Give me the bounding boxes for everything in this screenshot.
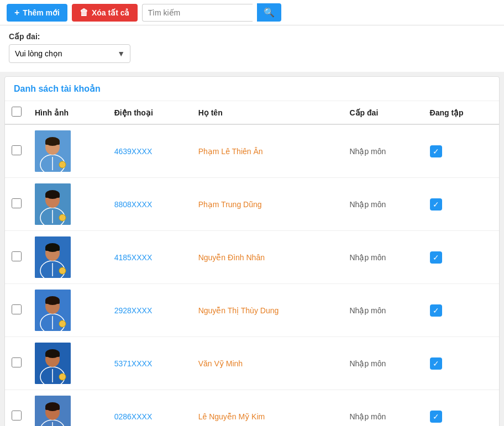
row-checkbox-cell <box>5 284 28 337</box>
svg-rect-12 <box>45 194 60 198</box>
avatar-cell <box>28 337 108 390</box>
name-link[interactable]: Lê Nguyễn Mỹ Kim <box>198 412 265 421</box>
row-checkbox[interactable] <box>12 304 22 314</box>
select-all-checkbox[interactable] <box>12 107 22 117</box>
name-link[interactable]: Nguyễn Thị Thùy Dung <box>198 306 279 315</box>
avatar-image <box>35 396 71 426</box>
account-table-container: Danh sách tài khoản Hình ảnh Điện thoại … <box>4 76 500 426</box>
trash-icon: 🗑 <box>80 8 88 18</box>
cap-dai-value: Nhập môn <box>350 359 386 368</box>
dang-tap-checkbox[interactable]: ✓ <box>430 198 442 211</box>
cap-dai-cell: Nhập môn <box>343 124 423 178</box>
name-link[interactable]: Phạm Trung Dũng <box>198 200 262 209</box>
row-checkbox[interactable] <box>12 357 22 367</box>
row-checkbox[interactable] <box>12 411 22 420</box>
select-all-header <box>5 101 28 124</box>
row-checkbox[interactable] <box>12 198 22 208</box>
dang-tap-checkbox[interactable]: ✓ <box>430 304 442 317</box>
name-cell: Văn Vỹ Minh <box>192 337 343 390</box>
svg-rect-19 <box>45 248 60 251</box>
avatar-header: Hình ảnh <box>28 101 108 124</box>
filter-label: Cấp đai: <box>9 32 495 41</box>
avatar-image <box>35 290 71 331</box>
table-row: 4639XXXX Phạm Lê Thiên Ân Nhập môn ✓ <box>5 124 499 178</box>
svg-rect-5 <box>45 141 60 145</box>
name-header: Họ tên <box>192 101 343 124</box>
table-row: 8808XXXX Phạm Trung Dũng Nhập môn ✓ <box>5 178 499 231</box>
phone-header: Điện thoại <box>108 101 192 124</box>
dang-tap-cell: ✓ <box>423 390 499 427</box>
avatar-cell <box>28 178 108 231</box>
phone-value: 8808XXXX <box>114 200 153 209</box>
row-checkbox[interactable] <box>12 145 22 155</box>
search-icon: 🔍 <box>264 8 275 17</box>
phone-cell: 5371XXXX <box>108 337 192 390</box>
dang-tap-checkbox[interactable]: ✓ <box>430 145 442 157</box>
add-label: Thêm mới <box>23 8 60 17</box>
avatar-image <box>35 236 71 278</box>
phone-cell: 2928XXXX <box>108 284 192 337</box>
dang-tap-cell: ✓ <box>423 178 499 231</box>
svg-point-34 <box>59 374 66 380</box>
name-cell: Phạm Trung Dũng <box>192 178 343 231</box>
dang-tap-checkbox[interactable]: ✓ <box>430 357 442 370</box>
delete-label: Xóa tất cả <box>92 8 130 17</box>
avatar-cell <box>28 124 108 178</box>
table-row: 0286XXXX Lê Nguyễn Mỹ Kim Nhập môn ✓ <box>5 390 499 427</box>
dang-tap-header: Đang tập <box>423 101 499 124</box>
cap-dai-value: Nhập môn <box>350 147 386 156</box>
phone-value: 0286XXXX <box>114 412 153 421</box>
row-checkbox-cell <box>5 178 28 231</box>
avatar-svg <box>35 290 71 331</box>
avatar-svg <box>35 396 71 426</box>
svg-point-13 <box>59 214 66 221</box>
table-title: Danh sách tài khoản <box>5 77 499 101</box>
cap-dai-value: Nhập môn <box>350 306 386 315</box>
name-link[interactable]: Văn Vỹ Minh <box>198 359 243 368</box>
cap-dai-filter-wrapper: Vui lòng chọn Nhập môn Chuẩn võ sinh Võ … <box>9 44 130 63</box>
dang-tap-cell: ✓ <box>423 337 499 390</box>
cap-dai-cell: Nhập môn <box>343 337 423 390</box>
row-checkbox-cell <box>5 390 28 427</box>
svg-point-20 <box>59 267 66 274</box>
cap-dai-cell: Nhập môn <box>343 231 423 284</box>
phone-cell: 8808XXXX <box>108 178 192 231</box>
delete-all-button[interactable]: 🗑 Xóa tất cả <box>72 4 138 22</box>
dang-tap-cell: ✓ <box>423 284 499 337</box>
cap-dai-select[interactable]: Vui lòng chọn Nhập môn Chuẩn võ sinh Võ … <box>9 44 130 63</box>
avatar-image <box>35 183 71 225</box>
name-link[interactable]: Phạm Lê Thiên Ân <box>198 147 263 156</box>
row-checkbox[interactable] <box>12 251 22 261</box>
name-cell: Phạm Lê Thiên Ân <box>192 124 343 178</box>
cap-dai-header: Cấp đai <box>343 101 423 124</box>
account-table: Hình ảnh Điện thoại Họ tên Cấp đai Đang … <box>5 101 499 426</box>
avatar-image <box>35 343 71 384</box>
dang-tap-cell: ✓ <box>423 124 499 178</box>
row-checkbox-cell <box>5 337 28 390</box>
table-body: 4639XXXX Phạm Lê Thiên Ân Nhập môn ✓ <box>5 124 499 426</box>
name-link[interactable]: Nguyễn Đình Nhân <box>198 253 265 262</box>
row-checkbox-cell <box>5 124 28 178</box>
search-button[interactable]: 🔍 <box>257 3 281 22</box>
phone-value: 5371XXXX <box>114 359 153 368</box>
search-input[interactable] <box>142 4 253 22</box>
cap-dai-value: Nhập môn <box>350 200 386 209</box>
plus-icon: + <box>14 8 19 18</box>
filter-section: Cấp đai: Vui lòng chọn Nhập môn Chuẩn võ… <box>0 25 504 72</box>
svg-point-27 <box>59 320 66 327</box>
table-row: 4185XXXX Nguyễn Đình Nhân Nhập môn ✓ <box>5 231 499 284</box>
avatar-cell <box>28 231 108 284</box>
avatar-svg <box>35 343 71 384</box>
phone-value: 2928XXXX <box>114 306 153 315</box>
name-cell: Nguyễn Đình Nhân <box>192 231 343 284</box>
avatar-image <box>35 130 71 172</box>
dang-tap-checkbox[interactable]: ✓ <box>430 251 442 264</box>
cap-dai-cell: Nhập môn <box>343 178 423 231</box>
avatar-cell <box>28 390 108 427</box>
add-button[interactable]: + Thêm mới <box>7 4 67 22</box>
row-checkbox-cell <box>5 231 28 284</box>
svg-rect-40 <box>45 407 60 410</box>
dang-tap-checkbox[interactable]: ✓ <box>430 411 442 423</box>
svg-rect-33 <box>45 354 60 357</box>
table-row: 5371XXXX Văn Vỹ Minh Nhập môn ✓ <box>5 337 499 390</box>
